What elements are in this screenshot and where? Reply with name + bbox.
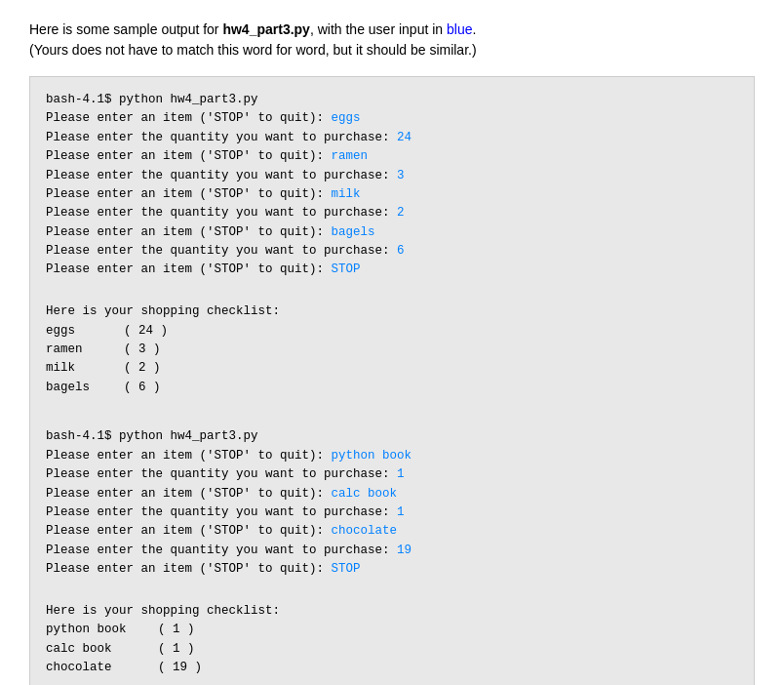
session2-checklist-header: Here is your shopping checklist: (46, 602, 738, 621)
session1-line-5: Please enter an item ('STOP' to quit): m… (46, 185, 738, 204)
intro-paragraph: Here is some sample output for hw4_part3… (29, 20, 755, 60)
session2-checklist-row-1: calc book( 1 ) (46, 640, 738, 659)
session2-line-1: Please enter an item ('STOP' to quit): p… (46, 447, 738, 465)
session1-line-4: Please enter the quantity you want to pu… (46, 167, 738, 185)
session1-checklist-header: Here is your shopping checklist: (46, 302, 738, 321)
session1-line-6: Please enter the quantity you want to pu… (46, 204, 738, 222)
session2-prompt: bash-4.1$ python hw4_part3.py (46, 427, 738, 446)
session1-line-3: Please enter an item ('STOP' to quit): r… (46, 147, 738, 166)
session1-checklist-row-2: milk( 2 ) (46, 359, 738, 378)
session1-line-1: Please enter an item ('STOP' to quit): e… (46, 109, 738, 128)
session1-line-8: Please enter the quantity you want to pu… (46, 242, 738, 261)
session1-line-2: Please enter the quantity you want to pu… (46, 129, 738, 147)
session2-checklist-row-2: chocolate( 19 ) (46, 659, 738, 677)
blue-word: blue (447, 21, 472, 37)
intro-text-suffix: . (472, 21, 476, 37)
session2-checklist: Here is your shopping checklist: python … (46, 602, 738, 678)
session1-checklist: Here is your shopping checklist: eggs( 2… (46, 302, 738, 397)
session2-line-4: Please enter the quantity you want to pu… (46, 504, 738, 522)
session1-line-9: Please enter an item ('STOP' to quit): S… (46, 261, 738, 279)
session2-checklist-row-0: python book( 1 ) (46, 621, 738, 639)
session1-line-7: Please enter an item ('STOP' to quit): b… (46, 223, 738, 242)
session1-prompt: bash-4.1$ python hw4_part3.py (46, 91, 738, 109)
session2-line-2: Please enter the quantity you want to pu… (46, 465, 738, 484)
filename: hw4_part3.py (222, 21, 309, 37)
session2-line-6: Please enter the quantity you want to pu… (46, 542, 738, 560)
session2-line-5: Please enter an item ('STOP' to quit): c… (46, 522, 738, 541)
intro-text-middle: , with the user input in (310, 21, 447, 37)
session1-checklist-row-1: ramen( 3 ) (46, 341, 738, 359)
intro-text-prefix: Here is some sample output for (29, 21, 222, 37)
terminal-session-1: bash-4.1$ python hw4_part3.py Please ent… (46, 91, 738, 397)
terminal-session-2: bash-4.1$ python hw4_part3.py Please ent… (46, 427, 738, 677)
session2-line-7: Please enter an item ('STOP' to quit): S… (46, 560, 738, 579)
intro-note: (Yours does not have to match this word … (29, 42, 477, 58)
session1-checklist-row-0: eggs( 24 ) (46, 322, 738, 341)
session2-line-3: Please enter an item ('STOP' to quit): c… (46, 485, 738, 504)
terminal-box: bash-4.1$ python hw4_part3.py Please ent… (29, 76, 755, 685)
session1-checklist-row-3: bagels( 6 ) (46, 379, 738, 397)
